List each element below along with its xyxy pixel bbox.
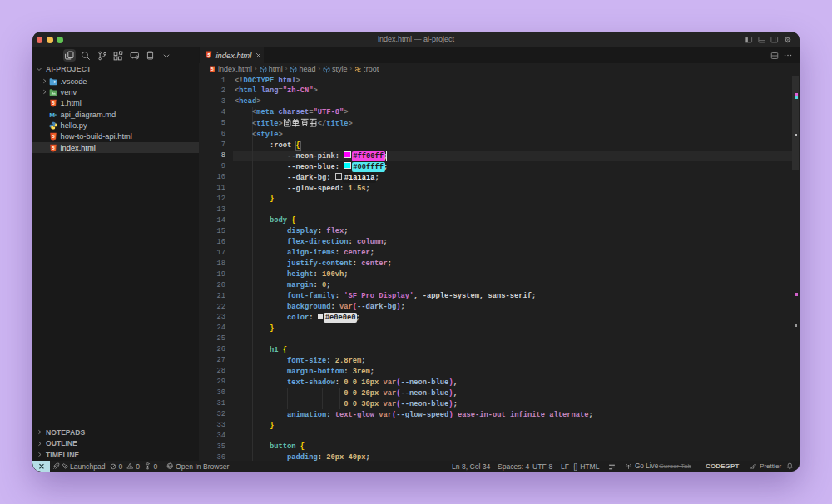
svg-text:M: M xyxy=(49,111,55,119)
svg-text:5: 5 xyxy=(52,134,54,139)
svg-text:5: 5 xyxy=(52,146,54,151)
svg-text:5: 5 xyxy=(210,67,213,72)
svg-text:5: 5 xyxy=(52,101,54,106)
